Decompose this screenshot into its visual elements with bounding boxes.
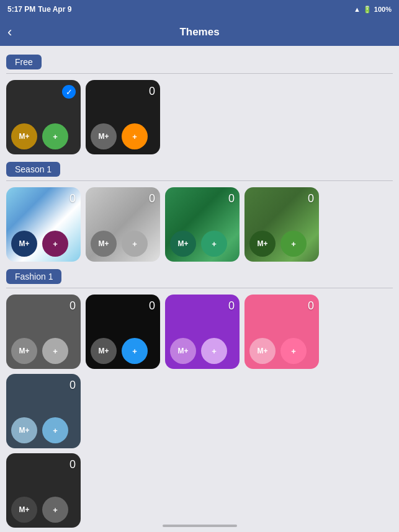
plus-button[interactable]: + (42, 338, 68, 364)
m-plus-button[interactable]: M+ (11, 231, 37, 257)
page-title: Themes (179, 26, 219, 38)
m-plus-button[interactable]: M+ (170, 338, 196, 364)
theme-card-fashion1-5[interactable]: 0 M+ + (6, 374, 81, 448)
m-plus-button[interactable]: M+ (11, 123, 37, 149)
nav-bar: ‹ Themes (0, 19, 399, 46)
m-plus-button[interactable]: M+ (11, 417, 37, 443)
m-plus-button[interactable]: M+ (11, 338, 37, 364)
theme-count: 0 (228, 192, 235, 205)
theme-count: 0 (308, 192, 314, 205)
m-plus-button[interactable]: M+ (249, 338, 276, 364)
theme-card-free-1[interactable]: ✓ M+ + (6, 80, 81, 154)
theme-count: 0 (69, 458, 76, 471)
plus-button[interactable]: + (201, 338, 227, 364)
theme-buttons: M+ + (91, 338, 155, 364)
themes-content[interactable]: Free ✓ M+ + 0 M+ + Season (0, 46, 399, 532)
theme-card-fashion1-2[interactable]: 0 M+ + (86, 295, 160, 369)
wifi-icon: ▲ (354, 6, 361, 13)
theme-buttons: M+ + (11, 231, 76, 257)
theme-buttons: M+ + (11, 497, 76, 523)
plus-button[interactable]: + (42, 123, 68, 149)
theme-buttons: M+ + (170, 338, 235, 364)
plus-button[interactable]: + (201, 231, 227, 257)
theme-buttons: M+ + (11, 338, 76, 364)
theme-card-fashion1-1[interactable]: 0 M+ + (6, 295, 81, 369)
plus-button[interactable]: + (42, 231, 68, 257)
section-label-fashion1: Fashion 1 (6, 269, 61, 284)
back-button[interactable]: ‹ (7, 24, 12, 40)
theme-buttons: M+ + (11, 417, 76, 443)
section-label-free: Free (6, 55, 42, 69)
m-plus-button[interactable]: M+ (91, 231, 117, 257)
status-date: Tue Apr 9 (38, 5, 71, 14)
theme-card-season-3[interactable]: 0 M+ + (165, 187, 240, 262)
plus-button[interactable]: + (42, 497, 68, 523)
theme-count: 0 (69, 299, 76, 313)
theme-count: 0 (149, 192, 155, 205)
theme-row-fashion1-row2: 0 M+ + (6, 453, 393, 528)
theme-card-fashion1-3[interactable]: 0 M+ + (165, 295, 240, 369)
theme-buttons: M+ + (91, 231, 155, 257)
selected-check: ✓ (62, 85, 76, 99)
theme-row-fashion1: 0 M+ + 0 M+ + 0 M+ + (6, 295, 393, 448)
plus-button[interactable]: + (280, 231, 307, 257)
theme-card-fashion1-6[interactable]: 0 M+ + (6, 453, 81, 528)
status-indicators: ▲ 🔋 100% (354, 6, 392, 14)
status-time-date: 5:17 PM Tue Apr 9 (7, 5, 71, 14)
section-divider-free (6, 73, 393, 74)
m-plus-button[interactable]: M+ (91, 338, 117, 364)
plus-button[interactable]: + (42, 417, 68, 443)
m-plus-button[interactable]: M+ (91, 123, 117, 149)
theme-card-free-2[interactable]: 0 M+ + (86, 80, 160, 154)
theme-card-fashion1-4[interactable]: 0 M+ + (244, 295, 319, 369)
theme-count: 0 (69, 379, 76, 392)
theme-count: 0 (228, 299, 235, 313)
status-time: 5:17 PM (7, 5, 35, 14)
theme-buttons: M+ + (11, 123, 76, 149)
battery-percent: 100% (374, 6, 392, 13)
theme-buttons: M+ + (91, 123, 155, 149)
theme-count: 0 (69, 192, 76, 205)
theme-card-season-4[interactable]: 0 M+ + (244, 187, 319, 262)
theme-card-season-1[interactable]: 0 M+ + (6, 187, 81, 262)
theme-buttons: M+ + (170, 231, 235, 257)
section-season1: Season 1 0 M+ + 0 M+ + 0 (6, 159, 393, 262)
section-divider-fashion1 (6, 288, 393, 288)
theme-count: 0 (149, 85, 155, 98)
plus-button[interactable]: + (280, 338, 307, 364)
m-plus-button[interactable]: M+ (249, 231, 276, 257)
m-plus-button[interactable]: M+ (170, 231, 196, 257)
theme-buttons: M+ + (249, 338, 314, 364)
section-divider-season1 (6, 180, 393, 181)
status-bar: 5:17 PM Tue Apr 9 ▲ 🔋 100% (0, 0, 399, 19)
m-plus-button[interactable]: M+ (11, 497, 37, 523)
section-fashion1: Fashion 1 0 M+ + 0 M+ + 0 M+ (6, 267, 393, 528)
theme-row-season1: 0 M+ + 0 M+ + 0 M+ + (6, 187, 393, 262)
theme-count: 0 (308, 299, 314, 313)
theme-row-free: ✓ M+ + 0 M+ + (6, 80, 393, 154)
plus-button[interactable]: + (122, 338, 148, 364)
theme-count: 0 (149, 299, 155, 313)
section-free: Free ✓ M+ + 0 M+ + (6, 52, 393, 154)
plus-button[interactable]: + (122, 231, 148, 257)
theme-card-season-2[interactable]: 0 M+ + (86, 187, 160, 262)
section-label-season1: Season 1 (6, 162, 60, 177)
battery-icon: 🔋 (363, 6, 372, 14)
home-indicator (163, 525, 237, 527)
theme-buttons: M+ + (249, 231, 314, 257)
plus-button[interactable]: + (122, 123, 148, 149)
